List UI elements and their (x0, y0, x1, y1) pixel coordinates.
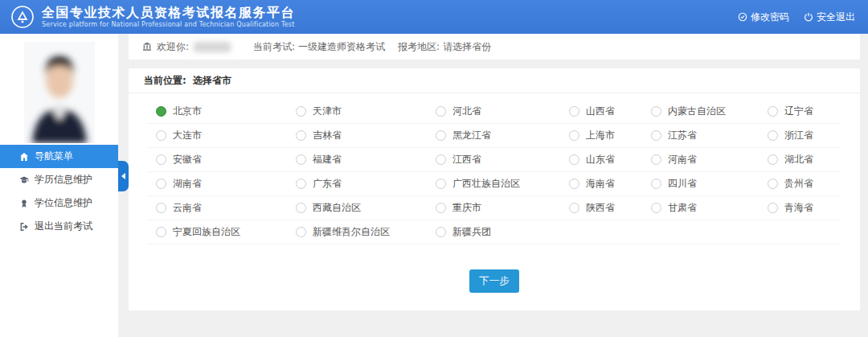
province-label: 山东省 (586, 153, 615, 166)
radio-icon[interactable] (436, 179, 446, 189)
home-icon (19, 152, 29, 162)
province-option[interactable]: 贵州省 (768, 177, 841, 191)
province-option[interactable]: 新疆兵团 (436, 225, 569, 239)
province-option[interactable]: 云南省 (156, 201, 296, 215)
province-option[interactable]: 福建省 (296, 153, 436, 166)
province-option[interactable]: 宁夏回族自治区 (156, 225, 296, 239)
change-password-link[interactable]: 修改密码 (738, 10, 789, 24)
radio-icon[interactable] (156, 154, 166, 165)
radio-icon[interactable] (436, 227, 446, 237)
province-option[interactable]: 上海市 (569, 129, 651, 142)
province-option[interactable]: 北京市 (156, 105, 296, 118)
sidebar-collapse-toggle[interactable] (118, 161, 129, 191)
medal-icon (19, 199, 29, 208)
province-label: 广西壮族自治区 (452, 177, 520, 191)
province-option[interactable]: 江西省 (436, 153, 569, 166)
province-option[interactable]: 大连市 (156, 129, 296, 142)
radio-icon[interactable] (296, 130, 306, 141)
safe-exit-link[interactable]: 安全退出 (804, 10, 855, 24)
next-step-button[interactable]: 下一步 (469, 269, 519, 293)
user-id-photo (24, 42, 95, 143)
province-label: 海南省 (586, 177, 615, 191)
province-option[interactable]: 天津市 (296, 105, 436, 118)
radio-icon[interactable] (569, 130, 579, 141)
radio-icon[interactable] (436, 154, 446, 165)
province-option[interactable]: 四川省 (651, 177, 768, 191)
radio-icon[interactable] (156, 130, 166, 141)
province-label: 甘肃省 (668, 201, 697, 215)
radio-icon[interactable] (651, 130, 661, 141)
province-option[interactable]: 甘肃省 (651, 201, 768, 215)
province-option[interactable]: 湖北省 (768, 153, 841, 166)
radio-icon[interactable] (651, 106, 661, 117)
radio-icon[interactable] (156, 227, 166, 237)
radio-icon[interactable] (156, 203, 166, 213)
province-option[interactable]: 青海省 (768, 201, 841, 215)
province-option[interactable]: 湖南省 (156, 177, 296, 191)
radio-icon[interactable] (768, 130, 778, 141)
breadcrumb-label: 当前位置: (144, 75, 186, 86)
app-title-block: 全国专业技术人员资格考试报名服务平台 Service platform for … (42, 6, 295, 29)
radio-icon[interactable] (296, 106, 306, 117)
radio-icon[interactable] (569, 106, 579, 117)
province-label: 河南省 (668, 153, 697, 166)
radio-icon[interactable] (768, 179, 778, 189)
province-option[interactable]: 海南省 (569, 177, 651, 191)
current-exam-label: 当前考试: (253, 40, 295, 54)
radio-icon[interactable] (768, 203, 778, 213)
sidebar-item-exit-exam[interactable]: 退出当前考试 (0, 215, 118, 238)
province-label: 青海省 (784, 201, 813, 215)
province-option[interactable]: 安徽省 (156, 153, 296, 166)
province-option[interactable]: 辽宁省 (768, 105, 841, 118)
province-label: 宁夏回族自治区 (173, 225, 240, 239)
province-label: 福建省 (313, 153, 342, 166)
radio-icon[interactable] (296, 154, 306, 165)
radio-icon[interactable] (296, 179, 306, 189)
province-row: 宁夏回族自治区新疆维吾尔自治区新疆兵团 (148, 220, 841, 245)
radio-icon[interactable] (651, 179, 661, 189)
radio-icon[interactable] (651, 154, 661, 165)
sidebar: 导航菜单学历信息维护学位信息维护退出当前考试 (0, 34, 118, 337)
radio-icon[interactable] (569, 203, 579, 213)
province-option[interactable]: 内蒙古自治区 (651, 105, 768, 118)
sidebar-item-education-info[interactable]: 学历信息维护 (0, 168, 118, 191)
province-label: 云南省 (173, 201, 202, 215)
province-label: 内蒙古自治区 (668, 105, 726, 118)
sidebar-item-degree-info[interactable]: 学位信息维护 (0, 191, 118, 215)
province-option[interactable]: 黑龙江省 (436, 129, 569, 142)
province-option[interactable]: 江苏省 (651, 129, 768, 142)
province-option[interactable]: 吉林省 (296, 129, 436, 142)
province-option[interactable]: 山西省 (569, 105, 651, 118)
breadcrumb: 当前位置: 选择省市 (129, 68, 860, 93)
province-option[interactable]: 山东省 (569, 153, 651, 166)
province-option[interactable]: 重庆市 (436, 201, 569, 215)
province-option[interactable]: 陕西省 (569, 201, 651, 215)
radio-icon[interactable] (296, 203, 306, 213)
sidebar-item-nav-menu[interactable]: 导航菜单 (0, 145, 118, 168)
edit-circle-icon (738, 12, 747, 22)
province-option[interactable]: 广西壮族自治区 (436, 177, 569, 191)
province-option[interactable]: 浙江省 (768, 129, 841, 142)
region-value: 请选择省份 (443, 40, 491, 54)
radio-icon[interactable] (569, 179, 579, 189)
radio-icon[interactable] (436, 130, 446, 141)
province-option[interactable]: 广东省 (296, 177, 436, 191)
radio-icon[interactable] (436, 106, 446, 117)
radio-icon[interactable] (768, 106, 778, 117)
province-option[interactable]: 西藏自治区 (296, 201, 436, 215)
province-row: 安徽省福建省江西省山东省河南省湖北省 (148, 148, 841, 172)
radio-icon[interactable] (569, 154, 579, 165)
radio-icon[interactable] (436, 203, 446, 213)
chevron-left-icon (121, 173, 125, 179)
radio-icon[interactable] (156, 179, 166, 189)
radio-icon[interactable] (651, 203, 661, 213)
province-option[interactable]: 新疆维吾尔自治区 (296, 225, 436, 239)
province-option[interactable]: 河北省 (436, 105, 569, 118)
province-label: 大连市 (173, 129, 202, 142)
province-option[interactable]: 河南省 (651, 153, 768, 166)
change-password-label: 修改密码 (751, 10, 789, 24)
province-label: 浙江省 (784, 129, 813, 142)
radio-icon[interactable] (296, 227, 306, 237)
radio-icon[interactable] (768, 154, 778, 165)
radio-icon[interactable] (156, 106, 166, 117)
